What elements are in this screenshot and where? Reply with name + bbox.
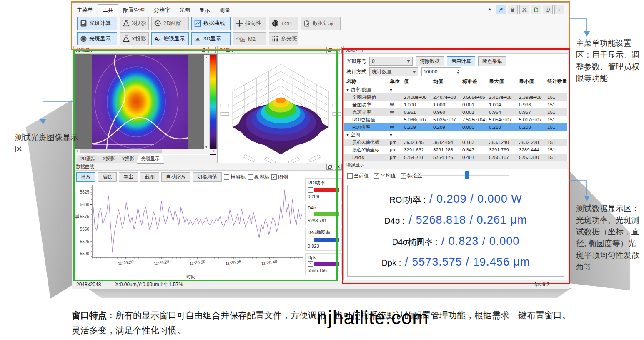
tab-X投影[interactable]: X投影	[98, 155, 119, 164]
file-icon[interactable]	[531, 5, 541, 14]
scrollbar-thumb[interactable]	[80, 149, 162, 153]
toolbar-button-X投影[interactable]: X投影	[120, 17, 149, 30]
table-row[interactable]: 质心X轴坐标μm3632.6453632.4940.1633633.240363…	[344, 139, 567, 146]
toolbar-button-光斑计算[interactable]: 光斑计算	[77, 17, 117, 30]
tab-Y投影[interactable]: Y投影	[117, 155, 138, 164]
legend-item-ROI功率[interactable]: ROI功率0.209	[305, 178, 342, 201]
spinner-arrows-icon[interactable]	[457, 70, 459, 74]
checkbox-icon[interactable]	[308, 212, 313, 217]
curves-button-播放[interactable]: 播放	[76, 172, 95, 182]
toolbar-button-数据记录[interactable]: 数据记录	[301, 17, 341, 30]
toolbar-button-label: M2	[248, 36, 256, 42]
history-icon[interactable]	[543, 5, 553, 14]
cut-icon[interactable]	[519, 5, 529, 14]
info-icon[interactable]: i	[554, 5, 564, 14]
checkbox-标准差[interactable]: ✓标准差	[401, 172, 422, 179]
menu-item-0[interactable]: 主菜单	[72, 5, 98, 15]
pin-icon[interactable]	[496, 5, 506, 14]
toolbar-button-M2[interactable]: M2M2	[233, 32, 266, 45]
cell: 0.001	[462, 108, 489, 116]
panel-3d-title: 3D显示	[220, 47, 235, 53]
vertical-scrollbar[interactable]: ▲ ▼	[204, 55, 210, 149]
table-group-row[interactable]: ▾ 功率/能量▾	[344, 86, 567, 93]
table-row[interactable]: ROI功率W0.2090.2090.0000.2100.208151	[344, 123, 567, 131]
toolbar-button-TCP[interactable]: TCP	[269, 17, 298, 30]
menu-item-4[interactable]: 光圈	[175, 5, 195, 15]
group-caret-icon: ▾ 功率/能量	[346, 86, 390, 93]
calc-button-清除数据[interactable]: 清除数据	[416, 56, 444, 66]
tab-光斑显示[interactable]: 光斑显示	[137, 155, 164, 164]
checkbox-图例[interactable]: ✓图例	[271, 174, 288, 181]
calc-button-断点采集[interactable]: 断点采集	[478, 56, 506, 66]
stat-mode-select[interactable]: 统计数量	[369, 67, 418, 76]
table-row[interactable]: ROI总幅值5.036e+075.035e+077.528e+045.054e+…	[344, 116, 567, 123]
table-row[interactable]: 全图功率W1.0001.0000.0011.0040.996151	[344, 101, 567, 108]
checkbox-icon[interactable]: ✓	[401, 173, 406, 179]
legend-item-Dpk[interactable]: Dpk✓5566.156	[305, 253, 342, 275]
menu-item-3[interactable]: 分辨率	[149, 5, 175, 15]
toolbar-button-数据曲线[interactable]: 数据曲线	[191, 17, 231, 30]
stat-count-spinner[interactable]: 10000	[421, 67, 461, 76]
checkbox-icon[interactable]: ✓	[308, 261, 313, 267]
scroll-right-icon[interactable]: ►	[213, 149, 216, 152]
checkbox-当前值[interactable]: 当前值	[347, 172, 369, 179]
cell: 1.000	[404, 101, 433, 108]
table-group-row[interactable]: ▾ 空间▾	[344, 131, 567, 139]
checkbox-平均值[interactable]: ✓平均值	[374, 172, 396, 179]
surface-plot[interactable]	[218, 54, 343, 163]
horizontal-scrollbar[interactable]: ◄ ►	[74, 149, 217, 154]
checkbox-icon[interactable]: ✓	[271, 174, 277, 180]
curves-button-截图[interactable]: 截图	[140, 172, 159, 182]
checkbox-icon[interactable]	[347, 173, 353, 179]
menu-item-6[interactable]: 测量	[215, 5, 235, 15]
beam-image-area[interactable]: ▲ ▼	[74, 54, 217, 149]
font-size-slider[interactable]	[405, 175, 509, 176]
float-icon[interactable]	[326, 164, 333, 170]
float-icon[interactable]	[326, 47, 333, 53]
legend-item-D4σ椭圆率[interactable]: D4σ椭圆率0.823	[305, 228, 342, 251]
group-caret-icon: ▾	[390, 86, 404, 93]
close-icon[interactable]	[335, 164, 342, 170]
close-icon[interactable]	[208, 47, 216, 53]
seq-select[interactable]: 0	[369, 57, 413, 66]
menu-item-5[interactable]: 显示	[195, 5, 215, 15]
curves-button-切换均值[interactable]: 切换均值	[193, 172, 222, 182]
scroll-up-icon[interactable]: ▲	[205, 56, 208, 59]
table-row[interactable]: 质心Y轴坐标μm3291.6323291.2830.3473291.769328…	[344, 146, 567, 154]
table-row[interactable]: 全图总幅值2.408e+082.407e+083.565e+052.417e+0…	[344, 93, 567, 101]
toolbar-button-增强显示[interactable]: AA增强显示	[151, 32, 189, 45]
menu-item-2[interactable]: 配置管理	[118, 5, 149, 15]
checkbox-横游标[interactable]: 横游标	[224, 174, 246, 181]
curves-button-导出[interactable]: 导出	[119, 172, 138, 182]
menu-item-1[interactable]: 工具	[98, 4, 118, 16]
table-row[interactable]: D4σXμm5754.7115754.1760.4015755.1075753.…	[344, 154, 567, 161]
row-name: 全图功率	[346, 101, 390, 108]
close-icon[interactable]	[335, 47, 342, 53]
curves-button-自动缩放[interactable]: 自动缩放	[161, 172, 190, 182]
checkbox-纵游标[interactable]: 纵游标	[248, 174, 269, 181]
surface-plot-svg	[218, 54, 343, 163]
lock-icon[interactable]	[508, 5, 518, 14]
float-icon[interactable]	[200, 47, 207, 53]
checkbox-icon[interactable]	[248, 174, 253, 180]
toolbar: 光斑计算X投影2D跟踪数据曲线指向性TCP数据记录光斑显示Y投影AA增强显示3D…	[77, 17, 341, 45]
toolbar-button-Y投影[interactable]: Y投影	[120, 32, 149, 45]
toolbar-button-光斑显示[interactable]: 光斑显示	[77, 32, 117, 45]
curves-button-清除[interactable]: 清除	[98, 172, 117, 182]
checkbox-icon[interactable]	[308, 187, 313, 193]
legend-item-D4σ[interactable]: D4σ5268.781	[305, 204, 342, 225]
tab-2D跟踪[interactable]: 2D跟踪	[76, 155, 100, 164]
group-caret-icon: ▾	[390, 131, 404, 139]
collapse-icon[interactable]	[485, 5, 494, 14]
toolbar-button-指向性[interactable]: 指向性	[233, 17, 266, 30]
toolbar-button-3D显示[interactable]: 3D显示	[191, 32, 231, 45]
checkbox-icon[interactable]	[224, 174, 229, 180]
slider-knob[interactable]	[465, 171, 469, 179]
table-row[interactable]: 光斑功率W0.9610.9600.0010.9640.957151	[344, 108, 567, 116]
checkbox-icon[interactable]	[308, 237, 313, 242]
checkbox-icon[interactable]: ✓	[374, 173, 379, 179]
toolbar-button-多光斑[interactable]: 多光斑	[269, 32, 298, 45]
calc-button-启用计算[interactable]: 启用计算	[447, 56, 475, 66]
scroll-down-icon[interactable]: ▼	[205, 146, 208, 149]
toolbar-button-2D跟踪[interactable]: 2D跟踪	[151, 17, 189, 30]
